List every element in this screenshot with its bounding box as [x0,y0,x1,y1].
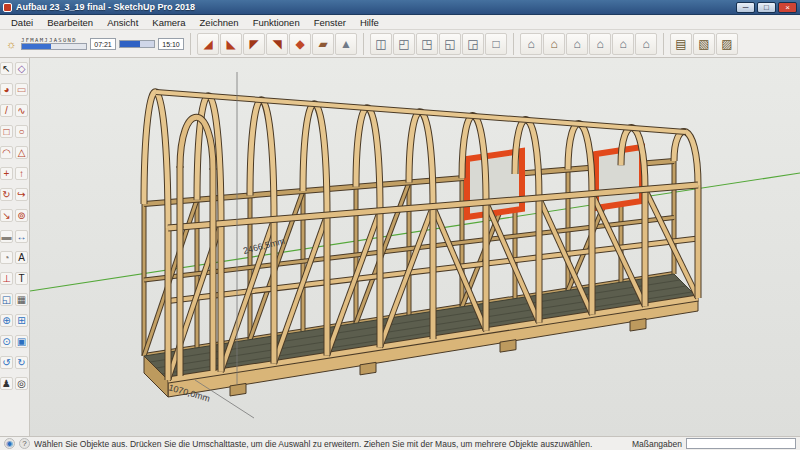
rectangle-tool-icon[interactable]: □ [0,125,13,138]
orbit-tool-icon[interactable]: ⊕ [0,314,13,327]
menu-bearbeiten[interactable]: Bearbeiten [40,15,100,30]
menu-kamera[interactable]: Kamera [145,15,192,30]
status-bar: ◉ ? Wählen Sie Objekte aus. Drücken Sie … [0,436,800,450]
toolbar-separator [513,33,514,55]
follow-me-tool-icon[interactable]: ↪ [15,188,28,201]
maximize-button[interactable]: □ [757,2,776,13]
text-tool-icon[interactable]: A [15,251,28,264]
face-style-toolbar-group: ◫◰◳◱◲□ [370,33,507,55]
model-svg: 2466,5mm 1070,0mm [30,58,800,436]
sketchup-logo-icon [3,3,12,12]
roof-tool-5-icon[interactable]: ◆ [289,33,311,55]
axes-tool-icon[interactable]: ⊥ [0,272,13,285]
geolocation-icon[interactable]: ◉ [4,438,15,449]
face-style-mono-icon[interactable]: □ [485,33,507,55]
shadow-toggle-icon[interactable]: ☼ [4,38,18,50]
minimize-button[interactable]: ─ [736,2,755,13]
view-iso-icon[interactable]: ⌂ [520,33,542,55]
framing-toolbar-group: ◢◣◤◥◆▰▲ [197,33,357,55]
previous-view-icon[interactable]: ↺ [0,356,13,369]
plugin-tool-1-icon[interactable]: ▤ [670,33,692,55]
roof-tool-2-icon[interactable]: ◣ [220,33,242,55]
plugin-tool-3-icon[interactable]: ▨ [716,33,738,55]
roof-tool-1-icon[interactable]: ◢ [197,33,219,55]
next-view-icon[interactable]: ↻ [15,356,28,369]
tape-measure-icon[interactable]: ▬ [0,230,13,243]
sketchup-window: Aufbau 23_3_19 final - SketchUp Pro 2018… [0,0,800,450]
standard-views-toolbar-group: ⌂⌂⌂⌂⌂⌂ [520,33,657,55]
measurements-input[interactable] [686,438,796,449]
zoom-tool-icon[interactable]: ⊙ [0,335,13,348]
window-controls: ─□× [736,2,797,13]
view-left-icon[interactable]: ⌂ [635,33,657,55]
viewport-canvas[interactable]: 2466,5mm 1070,0mm [30,58,800,436]
menu-zeichnen[interactable]: Zeichnen [193,15,246,30]
move-tool-icon[interactable]: + [0,167,13,180]
face-style-xray-icon[interactable]: ◫ [370,33,392,55]
walk-tool-icon[interactable]: ♟ [0,377,13,390]
roof-tool-7-icon[interactable]: ▲ [335,33,357,55]
shadow-date-value[interactable]: 15:10 [158,38,184,50]
select-tool-icon[interactable]: ↖ [0,62,13,75]
look-around-tool-icon[interactable]: ◎ [15,377,28,390]
plugin-toolbar-group: ▤▧▨ [670,33,738,55]
circle-tool-icon[interactable]: ○ [15,125,28,138]
paint-bucket-icon[interactable]: ◕ [0,83,13,96]
make-component-icon[interactable]: ◇ [15,62,28,75]
offset-tool-icon[interactable]: ⊚ [15,209,28,222]
dimension-tool-icon[interactable]: ↔ [15,230,28,243]
menu-bar: DateiBearbeitenAnsichtKameraZeichnenFunk… [0,15,800,30]
menu-datei[interactable]: Datei [4,15,40,30]
section-plane-icon[interactable]: ◱ [0,293,13,306]
shadow-time-slider[interactable] [119,40,155,48]
menu-funktionen[interactable]: Funktionen [246,15,307,30]
line-tool-icon[interactable]: / [0,104,13,117]
close-button[interactable]: × [778,2,797,13]
measurements-label: Maßangaben [632,439,682,449]
view-top-icon[interactable]: ⌂ [543,33,565,55]
face-style-hiddenline-icon[interactable]: ◳ [416,33,438,55]
face-style-shaded-icon[interactable]: ◱ [439,33,461,55]
menu-hilfe[interactable]: Hilfe [353,15,386,30]
arc-tool-icon[interactable]: ◠ [0,146,13,159]
window-title: Aufbau 23_3_19 final - SketchUp Pro 2018 [16,2,732,12]
plugin-tool-2-icon[interactable]: ▧ [693,33,715,55]
toolbar-separator [190,33,191,55]
menu-fenster[interactable]: Fenster [307,15,353,30]
toolbar-separator [363,33,364,55]
shadow-toolbar: ☼ JFMAMJJASOND 07:21 15:10 [4,37,184,50]
toolbar-separator [663,33,664,55]
main-toolbar: ☼ JFMAMJJASOND 07:21 15:10 ◢◣◤◥◆▰▲ ◫◰◳◱◲… [0,30,800,58]
model-3d [30,72,800,418]
roof-tool-6-icon[interactable]: ▰ [312,33,334,55]
tool-palette: ↖◇◕▭/∿□○◠△+↑↻↪↘⊚▬↔◔A⊥T◱▦⊕⊞⊙▣↺↻♟◎ [0,58,30,436]
3d-text-tool-icon[interactable]: T [15,272,28,285]
polygon-tool-icon[interactable]: △ [15,146,28,159]
push-pull-tool-icon[interactable]: ↑ [15,167,28,180]
rotate-tool-icon[interactable]: ↻ [0,188,13,201]
eraser-tool-icon[interactable]: ▭ [15,83,28,96]
view-right-icon[interactable]: ⌂ [589,33,611,55]
help-icon[interactable]: ? [19,438,30,449]
shadow-date-track[interactable] [21,43,87,50]
status-hint: Wählen Sie Objekte aus. Drücken Sie die … [34,439,628,449]
face-style-wireframe-icon[interactable]: ◰ [393,33,415,55]
scale-tool-icon[interactable]: ↘ [0,209,13,222]
window-titlebar: Aufbau 23_3_19 final - SketchUp Pro 2018… [0,0,800,15]
roof-tool-4-icon[interactable]: ◥ [266,33,288,55]
shadow-date-slider[interactable]: JFMAMJJASOND [21,37,87,50]
view-front-icon[interactable]: ⌂ [566,33,588,55]
zoom-extents-icon[interactable]: ▣ [15,335,28,348]
freehand-tool-icon[interactable]: ∿ [15,104,28,117]
protractor-tool-icon[interactable]: ◔ [0,251,13,264]
menu-ansicht[interactable]: Ansicht [100,15,145,30]
face-style-textured-icon[interactable]: ◲ [462,33,484,55]
shadow-time-value[interactable]: 07:21 [90,38,116,50]
roof-tool-3-icon[interactable]: ◤ [243,33,265,55]
section-fill-icon[interactable]: ▦ [15,293,28,306]
view-back-icon[interactable]: ⌂ [612,33,634,55]
pan-tool-icon[interactable]: ⊞ [15,314,28,327]
